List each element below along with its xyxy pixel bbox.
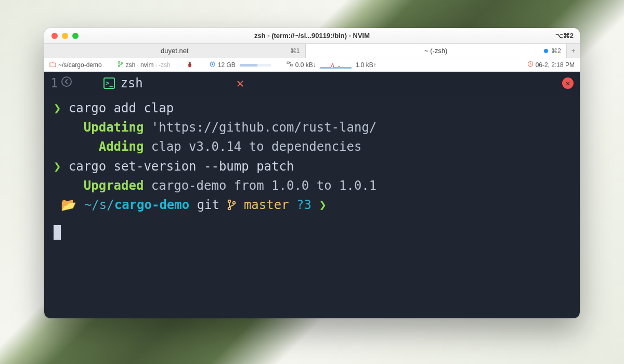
svg-point-6	[189, 66, 190, 67]
terminal-line: Adding clap v3.0.14 to dependencies	[54, 137, 570, 157]
git-branch-name: master	[244, 198, 289, 212]
tab-index: 1	[50, 76, 58, 90]
status-process-text: zsh ‹ nvim ‹ -zsh	[126, 61, 171, 69]
status-net-down: 0.0 kB↓	[287, 61, 316, 69]
activity-indicator-icon	[544, 49, 548, 53]
svg-point-16	[62, 77, 71, 86]
status-bar: ~/s/cargo-demo zsh ‹ nvim ‹ -zsh 12 GB 0…	[44, 58, 580, 72]
status-cwd-text: ~/s/cargo-demo	[58, 61, 102, 69]
prompt-line: 📂 ~/s/cargo-demo git master ?3 ❯	[54, 196, 570, 215]
tab-label: ~ (-zsh)	[424, 47, 447, 55]
svg-rect-13	[287, 62, 290, 63]
zoom-window-button[interactable]	[72, 33, 79, 39]
command-text: cargo set-version --bump patch	[69, 159, 294, 174]
chip-icon	[209, 61, 216, 69]
tab-shortcut-label: ⌘2	[551, 47, 561, 55]
tab-shortcut: ⌘1	[290, 47, 300, 55]
output-keyword: Adding	[99, 139, 144, 154]
terminal-line: ❯ cargo set-version --bump patch	[54, 157, 570, 176]
window-title: zsh - (term://~/si...90119:/bin) - NVIM	[44, 32, 580, 40]
svg-point-7	[190, 66, 191, 67]
titlebar: zsh - (term://~/si...90119:/bin) - NVIM …	[44, 28, 580, 44]
output-text: cargo-demo from 1.0.0 to 1.0.1	[144, 178, 376, 193]
memory-sparkline	[240, 61, 271, 69]
clock-icon	[527, 61, 534, 69]
close-tab-icon[interactable]: ✕	[237, 76, 244, 90]
network-icon	[287, 61, 293, 69]
status-memory-text: 12 GB	[218, 61, 236, 69]
close-window-button[interactable]	[51, 33, 58, 39]
svg-point-18	[228, 207, 231, 210]
close-all-icon[interactable]: ✕	[562, 77, 574, 89]
terminal-line: Upgraded cargo-demo from 1.0.0 to 1.0.1	[54, 176, 570, 196]
tab-zsh[interactable]: ~ (-zsh) ⌘2	[306, 44, 567, 58]
svg-point-3	[188, 63, 191, 68]
output-keyword: Updating	[84, 120, 144, 135]
status-cwd: ~/s/cargo-demo	[49, 61, 102, 69]
terminal-window: zsh - (term://~/si...90119:/bin) - NVIM …	[44, 28, 580, 318]
tab-label: duyet.net	[161, 47, 189, 55]
status-net-up-text: 1.0 kB↑	[356, 61, 376, 69]
cursor	[54, 225, 61, 240]
open-folder-icon: 📂	[61, 198, 76, 212]
git-branch-icon	[227, 198, 236, 212]
svg-point-19	[233, 202, 236, 204]
bug-icon	[186, 61, 193, 68]
git-label: git	[197, 198, 219, 212]
terminal-viewport[interactable]: ❯ cargo add clap Updating 'https://githu…	[44, 95, 580, 318]
nvim-tab-name: zsh	[120, 76, 142, 90]
iterm-tab-row: duyet.net ⌘1 ~ (-zsh) ⌘2 +	[44, 44, 580, 58]
status-memory: 12 GB	[209, 61, 236, 69]
command-text: cargo add clap	[69, 101, 174, 115]
status-net-up: 1.0 kB↑	[356, 61, 376, 69]
minimize-window-button[interactable]	[62, 33, 68, 39]
output-keyword: Upgraded	[84, 178, 144, 193]
svg-point-8	[189, 62, 190, 64]
git-untracked-count: ?3	[296, 198, 311, 212]
svg-point-2	[121, 62, 123, 63]
tab-duyet-net[interactable]: duyet.net ⌘1	[44, 44, 306, 58]
prompt-path-bold: cargo-demo	[114, 198, 190, 212]
window-controls	[51, 33, 79, 39]
terminal-icon	[103, 77, 115, 89]
prompt-path-dim: ~/s/	[84, 198, 114, 212]
svg-point-0	[118, 61, 120, 63]
window-shortcut-label: ⌥⌘2	[555, 32, 574, 40]
status-process: zsh ‹ nvim ‹ -zsh	[118, 61, 171, 69]
output-text: 'https://github.com/rust-lang/	[144, 120, 376, 135]
terminal-line: Updating 'https://github.com/rust-lang/	[54, 118, 570, 137]
status-net-down-text: 0.0 kB↓	[295, 61, 316, 69]
terminal-line: ❯ cargo add clap	[54, 99, 570, 118]
status-clock-text: 06-2, 2:18 PM	[536, 61, 575, 69]
svg-rect-10	[212, 63, 213, 65]
back-icon[interactable]	[61, 76, 72, 90]
status-clock: 06-2, 2:18 PM	[527, 61, 575, 69]
net-sparkline	[320, 61, 352, 69]
nvim-tabline: 1 zsh ✕ ✕	[44, 72, 580, 95]
tab-shortcut: ⌘2	[544, 47, 561, 55]
svg-point-17	[228, 200, 231, 203]
new-tab-button[interactable]: +	[566, 44, 580, 58]
folder-icon	[49, 61, 56, 69]
svg-point-5	[190, 64, 191, 66]
branch-icon	[118, 61, 124, 69]
svg-point-1	[118, 65, 120, 67]
window-shortcut-hint: ⌥⌘2	[555, 32, 574, 40]
svg-point-4	[189, 64, 190, 66]
output-text: clap v3.0.14 to dependencies	[144, 139, 361, 154]
svg-rect-12	[240, 64, 257, 67]
